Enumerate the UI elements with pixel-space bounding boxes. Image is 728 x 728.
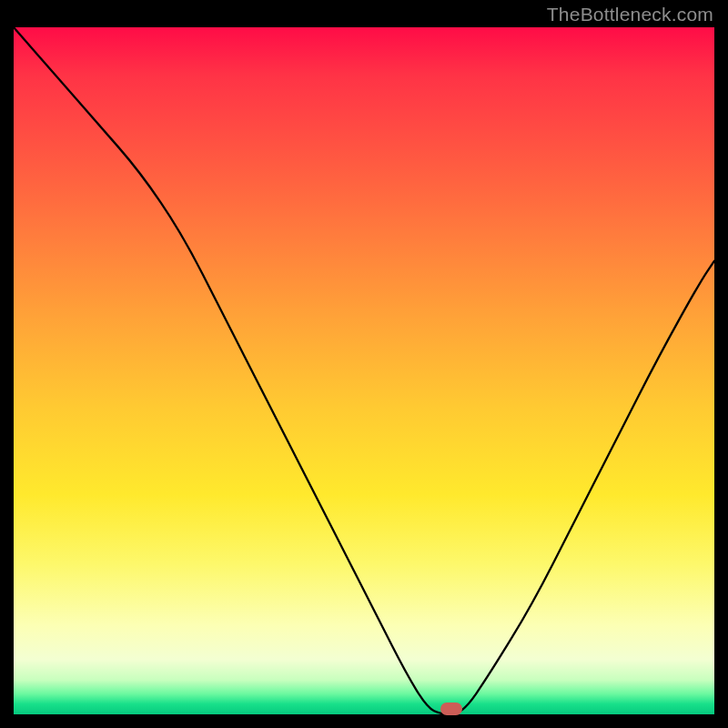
watermark-text: TheBottleneck.com [547, 4, 713, 25]
chart-frame: TheBottleneck.com [0, 0, 728, 728]
optimum-marker [440, 703, 462, 715]
bottleneck-curve [14, 27, 714, 714]
plot-area [14, 27, 714, 714]
